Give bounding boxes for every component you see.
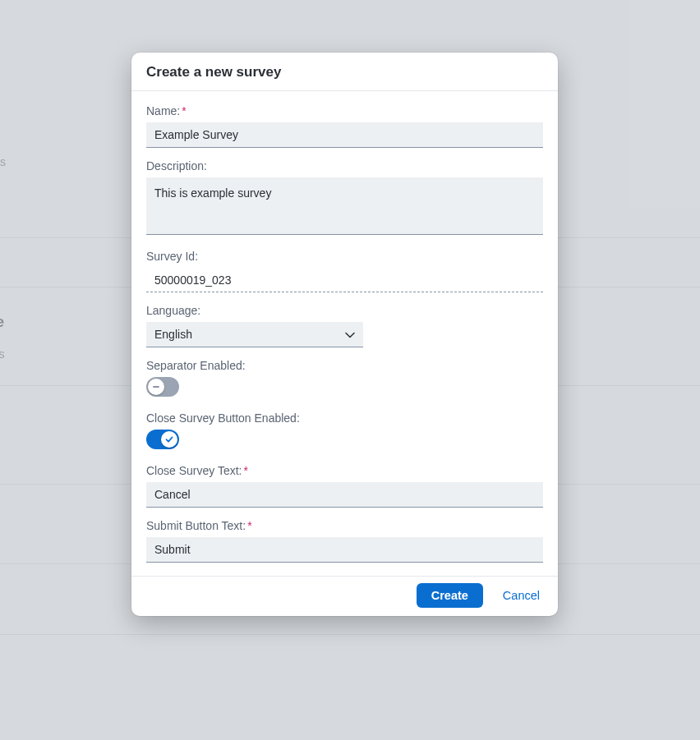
- required-marker: *: [182, 104, 186, 117]
- separator-enabled-label: Separator Enabled:: [146, 359, 543, 372]
- field-separator-enabled: Separator Enabled:: [146, 359, 543, 400]
- description-label: Description:: [146, 159, 543, 172]
- cancel-button[interactable]: Cancel: [500, 584, 543, 607]
- field-name: Name:*: [146, 104, 543, 148]
- close-button-enabled-label: Close Survey Button Enabled:: [146, 411, 543, 425]
- field-close-button-enabled: Close Survey Button Enabled:: [146, 411, 543, 453]
- required-marker: *: [247, 519, 251, 532]
- survey-id-label: Survey Id:: [146, 250, 543, 263]
- separator-enabled-toggle[interactable]: [146, 377, 179, 397]
- field-close-survey-text: Close Survey Text:*: [146, 464, 543, 508]
- description-input[interactable]: [146, 177, 543, 235]
- toggle-off-icon: [152, 383, 160, 391]
- create-button[interactable]: Create: [417, 583, 483, 608]
- dialog-body: Name:* Description: Survey Id: Language:…: [131, 91, 558, 576]
- close-survey-text-input[interactable]: [146, 482, 543, 508]
- field-submit-button-text: Submit Button Text:*: [146, 519, 543, 563]
- close-survey-text-label: Close Survey Text:*: [146, 464, 543, 477]
- dialog-title: Create a new survey: [131, 53, 558, 91]
- survey-id-value: [146, 268, 543, 292]
- name-input[interactable]: [146, 122, 543, 148]
- language-select[interactable]: English: [146, 322, 363, 347]
- toggle-on-icon: [164, 434, 174, 444]
- field-description: Description:: [146, 159, 543, 238]
- language-label: Language:: [146, 304, 543, 317]
- close-button-enabled-toggle[interactable]: [146, 430, 179, 449]
- create-survey-dialog: Create a new survey Name:* Description: …: [131, 53, 558, 616]
- field-language: Language: English: [146, 304, 543, 347]
- name-label: Name:*: [146, 104, 543, 117]
- field-survey-id: Survey Id:: [146, 250, 543, 292]
- submit-button-text-label: Submit Button Text:*: [146, 519, 543, 532]
- submit-button-text-input[interactable]: [146, 537, 543, 563]
- required-marker: *: [243, 464, 247, 477]
- dialog-footer: Create Cancel: [131, 576, 558, 616]
